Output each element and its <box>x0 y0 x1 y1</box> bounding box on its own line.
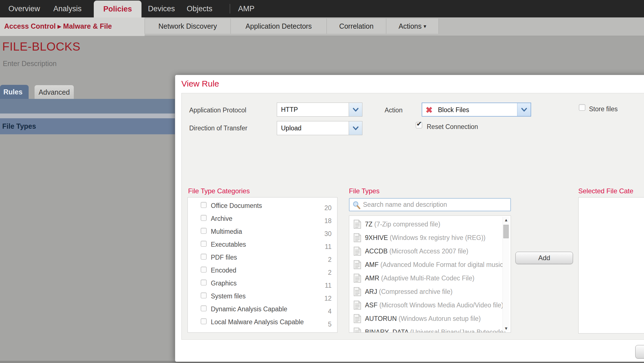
chevron-down-icon[interactable] <box>517 103 531 116</box>
category-row[interactable]: PDF files 2 <box>188 251 337 264</box>
category-checkbox[interactable] <box>201 267 207 273</box>
category-row[interactable]: Archive 18 <box>188 213 337 226</box>
rule-form-panel: Application Protocol HTTP Action ✖ Block… <box>181 93 644 340</box>
category-count: 5 <box>328 321 332 328</box>
policy-description-placeholder[interactable]: Enter Description <box>3 60 57 68</box>
file-type-row[interactable]: AMF (Advanced Module Format for digital … <box>349 258 511 272</box>
file-type-row[interactable]: BINARY_DATA (Universal Binary/Java Bytec… <box>349 326 511 333</box>
subnav-item-application-detectors[interactable]: Application Detectors <box>230 19 326 34</box>
category-count: 4 <box>328 308 332 315</box>
file-types-heading: File Types <box>349 187 380 195</box>
subnav-item-network-discovery[interactable]: Network Discovery <box>145 19 230 34</box>
file-icon <box>354 301 361 310</box>
breadcrumb[interactable]: Access Control ▸ Malware & File <box>0 17 145 36</box>
store-files-checkbox[interactable] <box>579 104 585 111</box>
top-navigation: Overview Analysis Policies Devices Objec… <box>0 0 644 17</box>
dialog-title: View Rule <box>181 79 219 89</box>
scrollbar[interactable]: ▲ ▼ <box>503 217 509 331</box>
category-row[interactable]: Encoded 2 <box>188 264 337 277</box>
category-row[interactable]: Executables 11 <box>188 239 337 251</box>
block-files-x-icon: ✖ <box>426 105 433 115</box>
nav-item-policies-active[interactable]: Policies <box>94 1 141 17</box>
direction-of-transfer-label: Direction of Transfer <box>189 124 247 132</box>
category-row[interactable]: Dynamic Analysis Capable 4 <box>188 303 337 316</box>
search-input[interactable] <box>363 199 503 210</box>
file-type-categories-heading: File Type Categories <box>188 187 250 195</box>
category-count: 11 <box>325 243 332 251</box>
category-checkbox[interactable] <box>201 305 207 311</box>
file-type-categories-list: Office Documents 20 Archive 18 Multimedi… <box>188 197 337 333</box>
view-rule-dialog: View Rule Application Protocol HTTP Acti… <box>175 75 644 362</box>
category-count: 12 <box>324 295 332 302</box>
category-row[interactable]: Graphics 11 <box>188 277 337 290</box>
chevron-down-icon[interactable] <box>349 103 362 116</box>
application-protocol-select[interactable]: HTTP <box>277 103 362 117</box>
chevron-down-icon[interactable] <box>349 121 362 135</box>
dialog-footer-button[interactable] <box>635 345 644 359</box>
file-type-row[interactable]: 9XHIVE (Windows 9x registry hive (REG)) <box>349 232 511 245</box>
category-checkbox[interactable] <box>201 254 207 260</box>
tab-advanced[interactable]: Advanced <box>34 85 74 99</box>
file-icon <box>354 260 361 269</box>
category-checkbox[interactable] <box>201 228 207 234</box>
file-types-list: 7Z (7-Zip compressed file) 9XHIVE (Windo… <box>349 215 511 333</box>
file-type-row[interactable]: ACCDB (Microsoft Access 2007 file) <box>349 245 511 258</box>
nav-item-objects[interactable]: Objects <box>187 0 213 17</box>
store-files-label: Store files <box>589 105 618 113</box>
file-icon <box>354 314 361 323</box>
selected-file-categories-list <box>578 197 644 333</box>
reset-connection-label: Reset Connection <box>427 123 478 131</box>
search-icon <box>352 201 361 209</box>
file-type-row[interactable]: ASF (Microsoft Windows Media Audio/Video… <box>349 299 511 312</box>
actions-caret-down-icon: ▾ <box>424 23 426 29</box>
category-row[interactable]: System files 12 <box>188 290 337 303</box>
category-checkbox[interactable] <box>201 215 207 221</box>
scroll-up-icon[interactable]: ▲ <box>503 217 510 222</box>
category-checkbox[interactable] <box>201 241 207 247</box>
action-select[interactable]: ✖ Block Files <box>422 103 531 117</box>
category-checkbox[interactable] <box>201 280 207 285</box>
nav-item-amp[interactable]: AMP <box>238 0 255 17</box>
file-icon <box>354 233 361 242</box>
file-type-row[interactable]: 7Z (7-Zip compressed file) <box>349 218 511 232</box>
page: { "topnav": { "items": [ { "label": "Ove… <box>0 0 644 363</box>
selected-file-categories-heading: Selected File Cate <box>578 187 633 195</box>
category-count: 20 <box>324 204 332 212</box>
nav-item-analysis[interactable]: Analysis <box>53 0 82 17</box>
category-count: 18 <box>324 217 332 225</box>
category-checkbox[interactable] <box>201 202 207 208</box>
application-protocol-label: Application Protocol <box>189 106 246 114</box>
category-count: 11 <box>325 282 332 289</box>
checkmark-icon: ✔ <box>416 120 422 128</box>
category-row[interactable]: Office Documents 20 <box>188 200 337 213</box>
add-button[interactable]: Add <box>515 252 573 264</box>
direction-of-transfer-select[interactable]: Upload <box>277 121 362 135</box>
sub-navigation: Access Control ▸ Malware & File Network … <box>0 17 644 36</box>
subnav-item-actions[interactable]: Actions ▾ <box>386 19 439 34</box>
category-count: 2 <box>328 256 332 264</box>
scrollbar-thumb[interactable] <box>503 225 509 238</box>
nav-divider <box>230 4 230 13</box>
category-count: 2 <box>328 269 332 276</box>
file-icon <box>354 328 361 333</box>
tab-rules-active[interactable]: Rules <box>0 85 29 99</box>
file-type-row[interactable]: ARJ (Compressed archive file) <box>349 285 511 299</box>
subnav-item-correlation[interactable]: Correlation <box>326 19 386 34</box>
category-checkbox[interactable] <box>201 292 207 298</box>
file-icon <box>354 274 361 283</box>
category-row[interactable]: Local Malware Analysis Capable 5 <box>188 316 337 329</box>
file-icon <box>354 220 361 229</box>
nav-item-overview[interactable]: Overview <box>8 0 40 17</box>
file-icon <box>354 247 361 256</box>
file-type-row[interactable]: AUTORUN (Windows Autorun setup file) <box>349 312 511 326</box>
file-type-row[interactable]: AMR (Adaptive Multi-Rate Codec File) <box>349 272 511 285</box>
category-checkbox[interactable] <box>201 318 207 324</box>
action-label: Action <box>385 106 403 114</box>
scroll-down-icon[interactable]: ▼ <box>503 326 510 331</box>
reset-connection-checkbox[interactable]: ✔ <box>416 122 422 128</box>
file-type-search <box>349 198 511 211</box>
file-icon <box>354 287 361 296</box>
category-row[interactable]: Multimedia 30 <box>188 226 337 239</box>
nav-item-devices[interactable]: Devices <box>148 0 175 17</box>
category-count: 30 <box>324 230 332 238</box>
